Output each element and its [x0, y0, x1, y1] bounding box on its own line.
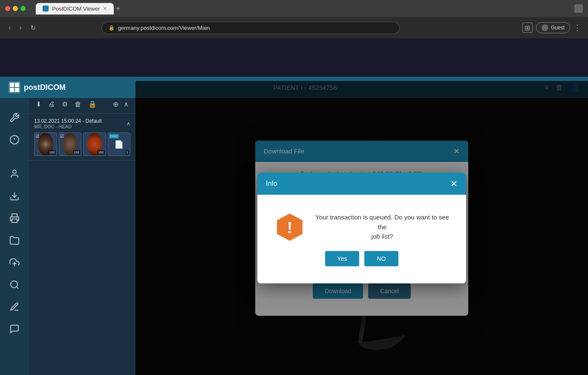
- thumb-label-3: 192: [97, 150, 104, 155]
- info-message-line2: job list?: [372, 233, 393, 240]
- sidebar-icon-folder[interactable]: [5, 231, 24, 250]
- main-viewer: PATIENT I 45254756 LH ✓: [135, 81, 588, 375]
- study-thumbnails: 192 ☑ 192 ☑ 192 📄 DOC 1: [34, 133, 130, 156]
- toolbar-collapse-btn[interactable]: ∧: [122, 98, 130, 110]
- minimize-window-button[interactable]: [13, 6, 18, 11]
- toolbar-download-btn[interactable]: ⬇: [34, 98, 43, 110]
- browser-more-button[interactable]: ⋮: [574, 23, 581, 32]
- info-dialog-body: ! Your transaction is queued. Do you wan…: [257, 195, 466, 283]
- logo-icon: [9, 81, 20, 93]
- info-dialog-overlay: Info ✕ !: [135, 81, 588, 375]
- forward-button[interactable]: ›: [17, 22, 23, 33]
- toolbar-lock-btn[interactable]: 🔒: [86, 98, 98, 110]
- browser-menu-icon: [574, 4, 583, 13]
- sidebar-icon-user[interactable]: [5, 164, 24, 183]
- thumb-label-1: 192: [48, 150, 55, 155]
- left-sidebar: [0, 81, 29, 375]
- svg-point-11: [11, 281, 17, 288]
- tab-title: PostDICOM Viewer: [52, 6, 100, 12]
- refresh-button[interactable]: ↻: [29, 22, 37, 34]
- guest-label: Guest: [551, 25, 565, 31]
- doc-badge: DOC: [109, 134, 119, 138]
- no-button[interactable]: NO: [364, 251, 398, 266]
- sidebar-icon-search[interactable]: [5, 275, 24, 294]
- tab-close-button[interactable]: ✕: [103, 6, 107, 12]
- sidebar-icon-download[interactable]: [5, 187, 24, 205]
- thumbnail-3[interactable]: 192: [83, 133, 106, 156]
- url-text: germany.postdicom.com/Viewer/Main: [118, 25, 210, 31]
- app-logo: postDICOM: [9, 81, 66, 93]
- info-dialog-close-button[interactable]: ✕: [450, 179, 458, 189]
- info-dialog: Info ✕ !: [257, 173, 466, 283]
- info-message: Your transaction is queued. Do you want …: [315, 213, 449, 242]
- tab-favicon: [43, 6, 49, 12]
- info-dialog-title: Info: [266, 180, 277, 188]
- study-item[interactable]: 13.02.2021 15:00:24 - Default MR, DOC - …: [29, 114, 135, 161]
- reader-mode-button[interactable]: ⊞: [522, 23, 533, 33]
- svg-line-12: [17, 287, 18, 288]
- toolbar-delete-btn[interactable]: 🗑: [73, 99, 83, 110]
- logo-text: postDICOM: [24, 83, 66, 92]
- active-tab[interactable]: PostDICOM Viewer ✕: [36, 3, 114, 14]
- study-date: 13.02.2021 15:00:24 - Default: [34, 118, 102, 124]
- sidebar-icon-tools[interactable]: [5, 108, 24, 127]
- study-header: 13.02.2021 15:00:24 - Default MR, DOC - …: [34, 118, 130, 129]
- guest-button[interactable]: Guest: [536, 22, 570, 33]
- sidebar-icon-edit[interactable]: [5, 297, 24, 316]
- new-tab-button[interactable]: +: [115, 4, 120, 13]
- thumbnail-1[interactable]: 192 ☑: [34, 133, 57, 156]
- close-window-button[interactable]: [5, 6, 10, 11]
- svg-point-7: [13, 170, 16, 173]
- url-bar[interactable]: 🔒 germany.postdicom.com/Viewer/Main: [101, 22, 400, 34]
- svg-rect-9: [12, 219, 17, 222]
- study-sidebar: « ⬇ 🖨 ⚙ 🗑 🔒 ⊕ ∧ 13.02.2021 15:00:24 - De…: [29, 81, 135, 375]
- traffic-lights: [5, 6, 26, 11]
- address-bar: ‹ › ↻ 🔒 germany.postdicom.com/Viewer/Mai…: [0, 17, 588, 38]
- doc-icon: 📄: [114, 140, 124, 149]
- guest-avatar-icon: [542, 24, 548, 31]
- toolbar-print-btn[interactable]: 🖨: [46, 99, 57, 110]
- browser-actions: ⊞ Guest ⋮: [522, 22, 581, 33]
- svg-text:!: !: [287, 219, 292, 237]
- toolbar-share-btn[interactable]: ⊕: [111, 98, 120, 110]
- info-message-line1: Your transaction is queued. Do you want …: [315, 213, 449, 231]
- sidebar-icon-print[interactable]: [5, 209, 24, 228]
- thumb-check-1: ☑: [35, 134, 39, 138]
- thumbnail-2[interactable]: 192 ☑: [59, 133, 82, 156]
- sidebar-icon-upload[interactable]: [5, 253, 24, 272]
- back-button[interactable]: ‹: [7, 22, 12, 33]
- maximize-window-button[interactable]: [20, 6, 26, 11]
- info-buttons: Yes NO: [325, 251, 398, 271]
- info-content: ! Your transaction is queued. Do you wan…: [274, 212, 449, 242]
- study-subtitle: MR, DOC - HEAD: [34, 124, 102, 129]
- info-dialog-header: Info ✕: [257, 173, 466, 195]
- thumb-check-2: ☑: [60, 134, 64, 138]
- yes-button[interactable]: Yes: [325, 251, 359, 266]
- warning-icon: !: [274, 212, 305, 242]
- study-collapse-icon[interactable]: ∧: [127, 121, 130, 127]
- lock-icon: 🔒: [109, 25, 115, 31]
- toolbar-settings-btn[interactable]: ⚙: [60, 98, 69, 110]
- thumb-label-2: 192: [73, 150, 80, 155]
- download-modal-overlay: Download File ✕ Total size of selected s…: [135, 81, 588, 375]
- sidebar-icon-chat[interactable]: [5, 320, 24, 338]
- thumbnail-doc[interactable]: 📄 DOC 1: [108, 133, 131, 156]
- sidebar-icon-info[interactable]: [5, 130, 24, 149]
- thumb-label-doc: 1: [126, 150, 129, 155]
